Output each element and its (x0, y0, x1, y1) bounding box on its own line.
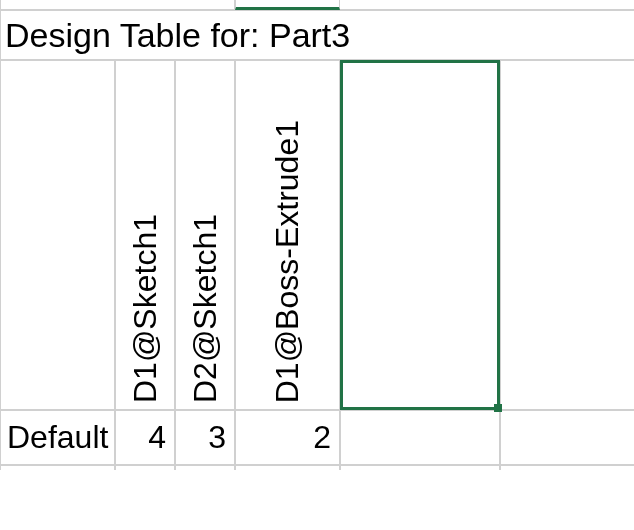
cell-value: 3 (208, 419, 226, 456)
empty-cell[interactable] (500, 60, 634, 410)
column-header[interactable]: D2@Sketch1 (175, 60, 235, 410)
column-header[interactable]: D1@Boss-Extrude1 (235, 60, 340, 410)
column-header-label: D1@Boss-Extrude1 (269, 120, 306, 403)
design-table: Design Table for: Part3 D1@Sketch1 D2@Sk… (0, 0, 634, 470)
data-cell[interactable]: 2 (235, 410, 340, 465)
column-header[interactable]: D1@Sketch1 (115, 60, 175, 410)
empty-cell[interactable] (340, 465, 500, 470)
empty-cell[interactable] (0, 465, 115, 470)
fill-handle[interactable] (494, 404, 502, 412)
column-header-selected-indicator (235, 0, 340, 10)
empty-cell[interactable] (340, 410, 500, 465)
empty-cell[interactable] (115, 465, 175, 470)
row-label-cell[interactable]: Default (0, 410, 115, 465)
empty-cell[interactable] (500, 410, 634, 465)
cell-value: 2 (313, 419, 331, 456)
data-cell[interactable]: 3 (175, 410, 235, 465)
empty-cell[interactable] (500, 465, 634, 470)
column-header-label: D2@Sketch1 (187, 214, 224, 403)
grid-edge-top-right (340, 0, 634, 10)
grid-edge-top (0, 0, 235, 10)
title-cell[interactable]: Design Table for: Part3 (0, 10, 634, 60)
row-label: Default (7, 419, 108, 456)
title-text: Design Table for: Part3 (5, 16, 350, 55)
cell-value: 4 (148, 419, 166, 456)
empty-cell[interactable] (235, 465, 340, 470)
column-header-label: D1@Sketch1 (127, 214, 164, 403)
data-cell[interactable]: 4 (115, 410, 175, 465)
empty-cell[interactable] (175, 465, 235, 470)
selected-cell[interactable] (340, 60, 500, 410)
header-empty[interactable] (0, 60, 115, 410)
